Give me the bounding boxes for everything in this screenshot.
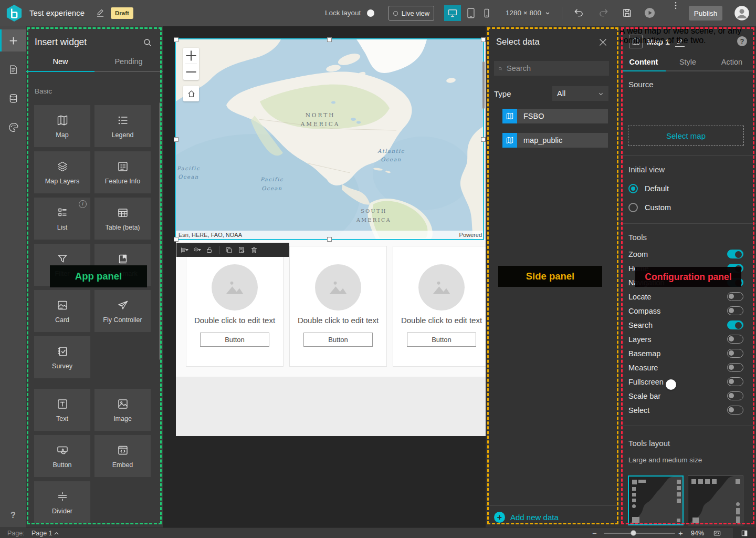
- toolbar-button[interactable]: [237, 246, 246, 254]
- toolbar-button[interactable]: [180, 246, 188, 254]
- card-button[interactable]: Button: [407, 333, 476, 347]
- toolbar-button[interactable]: [250, 246, 258, 254]
- tool-toggle[interactable]: [727, 335, 743, 344]
- rail-item[interactable]: [0, 58, 26, 80]
- live-view-button[interactable]: Live view: [388, 6, 434, 20]
- widget-tile[interactable]: Survey: [34, 336, 90, 378]
- card-button[interactable]: Button: [303, 333, 373, 347]
- card-placeholder-text[interactable]: Double click to edit text: [297, 315, 379, 326]
- tool-toggle[interactable]: [727, 349, 743, 358]
- toggle-panel-button[interactable]: [733, 528, 756, 538]
- widget-tile[interactable]: Card: [34, 290, 90, 332]
- undo-button[interactable]: [573, 7, 584, 18]
- radio-button[interactable]: [628, 203, 638, 212]
- tool-toggle[interactable]: [727, 250, 743, 258]
- search-icon[interactable]: [143, 38, 152, 47]
- type-dropdown[interactable]: All: [552, 86, 608, 101]
- resize-handle[interactable]: [174, 137, 178, 142]
- preview-play-button[interactable]: [644, 7, 656, 19]
- rail-item[interactable]: [0, 116, 26, 138]
- search-box[interactable]: [494, 61, 609, 76]
- caret-up-icon[interactable]: [54, 531, 59, 536]
- widget-tile[interactable]: Embed: [94, 435, 151, 477]
- resize-handle[interactable]: [174, 37, 178, 42]
- data-item[interactable]: map_public: [502, 133, 608, 148]
- page-selector[interactable]: Page 1: [32, 530, 52, 537]
- tool-toggle[interactable]: [727, 406, 743, 415]
- help-button[interactable]: ?: [0, 508, 26, 523]
- card-placeholder-text[interactable]: Double click to edit text: [194, 315, 276, 326]
- config-tab[interactable]: Style: [666, 54, 710, 70]
- save-button[interactable]: [622, 7, 633, 18]
- device-tablet-button[interactable]: [465, 6, 477, 20]
- rename-app-icon[interactable]: [96, 8, 106, 18]
- toolbar-button[interactable]: [219, 246, 219, 254]
- rail-item[interactable]: [0, 29, 26, 51]
- tool-toggle[interactable]: [727, 320, 743, 329]
- rail-item[interactable]: [0, 87, 26, 109]
- map-home-button[interactable]: [183, 86, 199, 101]
- map-widget-selected[interactable]: NORTH AMERICA SOUTH AMERICA Atlantic Oce…: [176, 39, 483, 239]
- widget-tile[interactable]: Table (beta): [94, 198, 151, 240]
- tool-toggle[interactable]: [727, 306, 743, 315]
- toolbar-button[interactable]: [225, 246, 233, 254]
- config-tab[interactable]: Action: [710, 54, 754, 70]
- widget-tile[interactable]: Feature Info: [94, 151, 151, 193]
- widget-tile[interactable]: List: [34, 198, 90, 240]
- tab-pending[interactable]: Pending: [94, 53, 163, 71]
- widget-tile[interactable]: Divider: [34, 481, 90, 523]
- tool-toggle[interactable]: [727, 377, 743, 386]
- viewport-size-dropdown[interactable]: 1280 × 800: [506, 9, 550, 17]
- toolbar-button[interactable]: [205, 246, 214, 254]
- zoom-slider-track[interactable]: [604, 533, 675, 534]
- tools-layout-option-2[interactable]: [688, 475, 743, 525]
- widget-tile[interactable]: Legend: [94, 105, 151, 147]
- tab-new[interactable]: New: [26, 53, 94, 71]
- zoom-slider-knob[interactable]: [631, 530, 636, 536]
- widget-tile[interactable]: Map Layers: [34, 151, 90, 193]
- tools-layout-option-1-selected[interactable]: [628, 475, 684, 525]
- widget-tile[interactable]: Fly Controller: [94, 290, 151, 332]
- canvas-scrollbar[interactable]: [482, 61, 485, 109]
- card-button[interactable]: Button: [200, 333, 269, 347]
- close-icon[interactable]: [598, 38, 607, 47]
- tool-toggle[interactable]: [727, 363, 743, 372]
- card-placeholder-text[interactable]: Double click to edit text: [401, 315, 482, 326]
- zoom-out-canvas-button[interactable]: −: [592, 529, 597, 537]
- add-new-data-button[interactable]: + Add new data: [494, 512, 559, 523]
- chevron-down-icon[interactable]: [198, 249, 201, 251]
- avatar[interactable]: [734, 5, 750, 21]
- resize-handle[interactable]: [327, 37, 332, 42]
- zoom-out-button[interactable]: [183, 64, 199, 80]
- card-widget[interactable]: Double click to edit text Button: [186, 246, 284, 367]
- zoom-in-canvas-button[interactable]: +: [678, 529, 683, 537]
- chevron-down-icon[interactable]: [185, 249, 188, 251]
- widget-tile[interactable]: Text: [34, 389, 90, 431]
- select-map-button[interactable]: Select map: [628, 126, 744, 146]
- fit-to-window-icon[interactable]: [713, 529, 721, 537]
- zoom-in-button[interactable]: [183, 48, 199, 64]
- resize-handle[interactable]: [481, 37, 486, 42]
- device-phone-button[interactable]: [481, 7, 492, 19]
- search-input[interactable]: [507, 64, 605, 73]
- more-options-kebab-icon[interactable]: [671, 0, 680, 11]
- panel-scrollbar[interactable]: [159, 102, 161, 360]
- radio-button[interactable]: [628, 184, 638, 193]
- resize-handle[interactable]: [481, 137, 486, 142]
- device-desktop-button[interactable]: [444, 5, 461, 21]
- app-logo-icon[interactable]: [6, 4, 23, 22]
- config-tab[interactable]: Content: [622, 54, 666, 70]
- tool-toggle[interactable]: [727, 391, 743, 400]
- redo-button[interactable]: [598, 7, 609, 18]
- tool-toggle[interactable]: [727, 292, 743, 301]
- resize-handle[interactable]: [174, 237, 178, 242]
- widget-tile[interactable]: Button: [34, 435, 90, 477]
- toolbar-button[interactable]: [193, 246, 201, 254]
- card-widget[interactable]: Double click to edit text Button: [289, 246, 387, 367]
- card-widget[interactable]: Double click to edit text Button: [393, 246, 486, 367]
- resize-handle[interactable]: [327, 237, 332, 242]
- widget-tile[interactable]: Image: [94, 389, 151, 431]
- data-item[interactable]: FSBO: [502, 109, 608, 123]
- publish-button[interactable]: Publish: [689, 6, 722, 20]
- zoom-percent[interactable]: 94%: [691, 530, 704, 537]
